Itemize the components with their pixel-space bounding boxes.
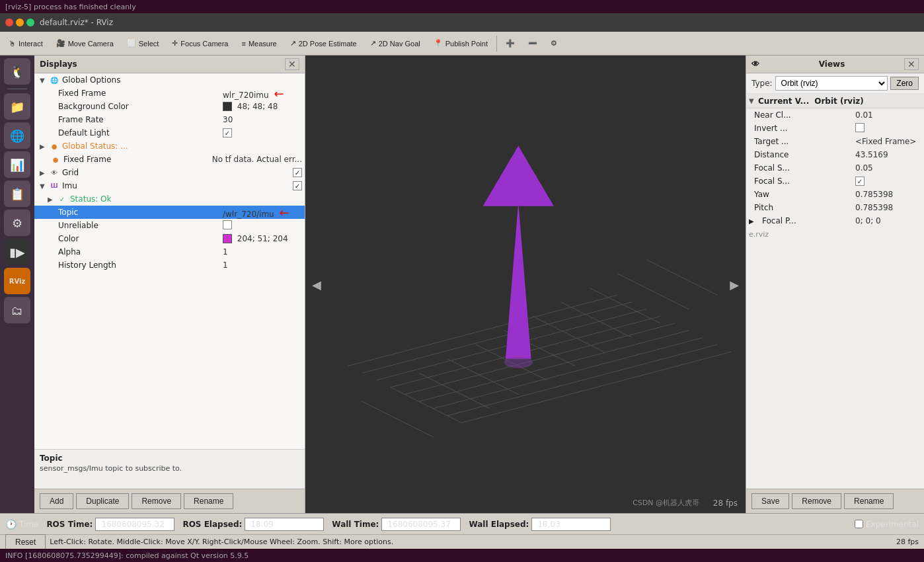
default-light-checkbox[interactable]: ✓ xyxy=(223,128,232,138)
pitch-label: Pitch xyxy=(749,203,855,212)
ros-elapsed-section: ROS Elapsed: 18.09 xyxy=(182,518,324,531)
focus-camera-icon: ✛ xyxy=(172,39,178,48)
nav-goal-button[interactable]: ↗ 2D Nav Goal xyxy=(364,34,426,53)
pitch-row[interactable]: Pitch 0.785398 xyxy=(746,201,924,214)
color-swatch xyxy=(223,234,232,243)
displays-close-button[interactable]: ✕ xyxy=(285,58,299,70)
views-close-button[interactable]: ✕ xyxy=(904,58,919,70)
settings-icon-button[interactable]: ⚙ xyxy=(545,34,563,53)
add-icon-button[interactable]: ➕ xyxy=(500,34,521,53)
target-row[interactable]: Target ... <Fixed Frame> xyxy=(746,135,924,148)
imu-row[interactable]: ▼ Ш Imu ✓ xyxy=(34,179,305,192)
dock-spreadsheet[interactable]: 📊 xyxy=(4,151,30,178)
viewport[interactable]: ◀ ▶ xyxy=(305,56,746,513)
time-panel-header: 🕐 Time xyxy=(5,519,38,530)
grid-row[interactable]: ▶ 👁 Grid ✓ xyxy=(34,166,305,179)
status-ok-row[interactable]: ▶ ✓ Status: Ok xyxy=(34,192,305,206)
publish-point-icon: 📍 xyxy=(434,39,443,48)
views-rename-button[interactable]: Rename xyxy=(844,493,894,509)
dock-files[interactable]: 📁 xyxy=(4,93,30,120)
dock-folder[interactable]: 🗂 xyxy=(4,297,30,323)
focal-s2-checkbox[interactable]: ✓ xyxy=(855,177,865,186)
time-title: Time xyxy=(19,520,38,529)
frame-rate-row[interactable]: Frame Rate 30 xyxy=(34,113,305,126)
unreliable-value xyxy=(223,220,302,231)
default-light-row[interactable]: Default Light ✓ xyxy=(34,126,305,140)
3d-viewport-svg xyxy=(305,56,746,513)
minimize-button[interactable] xyxy=(16,19,24,26)
terminal-top-bar: [rviz-5] process has finished cleanly xyxy=(0,0,924,13)
reset-button[interactable]: Reset xyxy=(5,534,46,550)
grid-checkbox[interactable]: ✓ xyxy=(293,168,302,177)
pose-estimate-icon: ↗ xyxy=(290,39,296,48)
focal-p-row[interactable]: ▶ Focal P... 0; 0; 0 xyxy=(746,214,924,227)
minus-icon-button[interactable]: ➖ xyxy=(522,34,543,53)
dock-browser[interactable]: 🌐 xyxy=(4,122,30,149)
history-length-row[interactable]: History Length 1 xyxy=(34,259,305,272)
interact-button[interactable]: 🖱 Interact xyxy=(3,34,49,53)
focal-s2-row[interactable]: Focal S... ✓ xyxy=(746,175,924,188)
window-title: default.rviz* - RViz xyxy=(40,18,113,27)
views-header: 👁 Views ✕ xyxy=(746,56,924,73)
bg-color-swatch xyxy=(223,102,232,111)
type-select[interactable]: Orbit (rviz) xyxy=(775,76,888,91)
left-viewport-arrow[interactable]: ◀ xyxy=(312,278,321,292)
dock-terminal[interactable]: ▮▶ xyxy=(4,239,30,265)
yaw-row[interactable]: Yaw 0.785398 xyxy=(746,188,924,201)
zero-button[interactable]: Zero xyxy=(890,77,919,90)
bg-color-value: 48; 48; 48 xyxy=(223,102,302,112)
pose-estimate-label: 2D Pose Estimate xyxy=(299,40,357,48)
fixed-frame-row[interactable]: Fixed Frame wlr_720imu ← xyxy=(34,87,305,100)
publish-point-button[interactable]: 📍 Publish Point xyxy=(428,34,494,53)
select-icon: ⬜ xyxy=(127,39,136,48)
close-button[interactable] xyxy=(5,19,13,26)
near-clip-row[interactable]: Near Cl... 0.01 xyxy=(746,108,924,122)
measure-button[interactable]: ≡ Measure xyxy=(235,34,282,53)
maximize-button[interactable] xyxy=(26,19,34,26)
add-button[interactable]: Add xyxy=(40,493,73,509)
alpha-row[interactable]: Alpha 1 xyxy=(34,245,305,259)
imu-label: Imu xyxy=(62,181,293,190)
right-viewport-arrow[interactable]: ▶ xyxy=(730,278,739,292)
topic-row[interactable]: Topic /wlr_720/imu ← xyxy=(34,206,305,219)
unreliable-checkbox[interactable] xyxy=(223,220,232,229)
wall-time-section: Wall Time: 1680608095.37 xyxy=(332,518,461,531)
frame-rate-value: 30 xyxy=(223,115,302,124)
rviz-partial-label: e.rviz xyxy=(749,230,769,239)
color-value: 204; 51; 204 xyxy=(223,234,302,244)
color-row[interactable]: Color 204; 51; 204 xyxy=(34,232,305,245)
grid-eye-icon: 👁 xyxy=(49,167,59,178)
move-camera-button[interactable]: 🎥 Move Camera xyxy=(50,34,120,53)
rename-button[interactable]: Rename xyxy=(184,493,233,509)
global-status-row[interactable]: ▶ ● Global Status: ... xyxy=(34,140,305,153)
select-button[interactable]: ⬜ Select xyxy=(121,34,165,53)
distance-row[interactable]: Distance 43.5169 xyxy=(746,148,924,161)
topic-label: Topic xyxy=(56,208,223,217)
bg-color-row[interactable]: Background Color 48; 48; 48 xyxy=(34,100,305,113)
focus-camera-button[interactable]: ✛ Focus Camera xyxy=(166,34,234,53)
views-save-button[interactable]: Save xyxy=(751,493,789,509)
duplicate-button[interactable]: Duplicate xyxy=(76,493,129,509)
invert-row[interactable]: Invert ... xyxy=(746,122,924,135)
current-view-header[interactable]: ▼ Current V... Orbit (rviz) xyxy=(746,94,924,108)
focal-s1-row[interactable]: Focal S... 0.05 xyxy=(746,161,924,175)
dock-settings[interactable]: ⚙ xyxy=(4,210,30,236)
experimental-checkbox[interactable] xyxy=(855,520,863,528)
displays-header: Displays ✕ xyxy=(34,56,305,73)
imu-checkbox[interactable]: ✓ xyxy=(293,181,302,190)
focal-s1-value: 0.05 xyxy=(855,163,921,173)
unreliable-row[interactable]: Unreliable xyxy=(34,219,305,232)
time-bar: 🕐 Time ROS Time: 1680608095.32 ROS Elaps… xyxy=(0,513,924,534)
remove-button[interactable]: Remove xyxy=(132,493,181,509)
dock-rviz[interactable]: RViz xyxy=(4,268,30,294)
svg-rect-0 xyxy=(305,89,746,480)
views-remove-button[interactable]: Remove xyxy=(792,493,841,509)
pose-estimate-button[interactable]: ↗ 2D Pose Estimate xyxy=(284,34,363,53)
dock-ubuntu[interactable]: 🐧 xyxy=(4,58,30,85)
status-instructions: Left-Click: Rotate. Middle-Click: Move X… xyxy=(50,538,393,546)
global-options-row[interactable]: ▼ 🌐 Global Options xyxy=(34,73,305,87)
dock-presentation[interactable]: 📋 xyxy=(4,181,30,207)
fixed-frame-status-row[interactable]: ● Fixed Frame No tf data. Actual err... xyxy=(34,153,305,166)
invert-checkbox[interactable] xyxy=(855,123,865,132)
grid-arrow: ▶ xyxy=(40,169,49,177)
